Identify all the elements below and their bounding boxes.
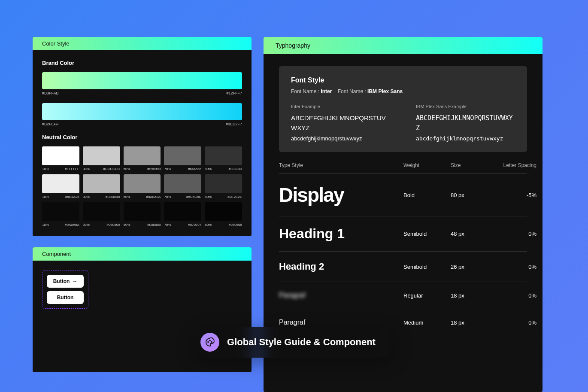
font-names: Font Name : Inter Font Name : IBM Plex S… (291, 88, 515, 94)
color-swatch: 70%#5C5C5C (164, 174, 201, 199)
font-style-title: Font Style (291, 76, 515, 84)
color-swatch: 30%#090909 (83, 202, 120, 227)
arrow-right-icon: → (72, 279, 77, 284)
brand-gradient-1 (42, 72, 242, 89)
type-style-row: Heading 1Semibold48 px0% (279, 216, 527, 251)
sample-button[interactable]: Button (47, 291, 84, 304)
color-style-panel: Color Style Brand Color #B3FFAB #12FFF7 … (33, 37, 252, 236)
gradient-2-start: #B2FEFA (42, 122, 59, 126)
font-style-block: Font Style Font Name : Inter Font Name :… (279, 66, 527, 152)
brand-gradient-2 (42, 103, 242, 120)
type-table-header: Type Style Weight Size Letter Spacing (279, 162, 527, 173)
ibm-plex-example: IBM Plex Sans Example ABCDEFGHIJKLMNOPQR… (416, 104, 515, 142)
color-swatch: 90%#050505 (205, 202, 242, 227)
inter-example: Inter Example ABCDEFGHIJKLMNOPQRSTUVWXYZ… (291, 104, 390, 142)
type-style-row: ParagrafRegular18 px0% (279, 282, 527, 309)
gradient-1-end: #12FFF7 (226, 91, 242, 95)
color-swatch: 10%#0A0A0A (42, 202, 79, 227)
svg-point-1 (209, 340, 210, 341)
color-swatch: 30%#B8B8B8 (83, 174, 120, 199)
color-swatch: 50%#8A8A8A (124, 174, 161, 199)
button-label: Button (53, 278, 70, 284)
type-style-row: Heading 2Semibold26 px0% (279, 251, 527, 282)
svg-point-0 (208, 342, 209, 343)
color-style-header: Color Style (33, 37, 252, 50)
type-style-row: DisplayBold80 px-5% (279, 173, 527, 216)
color-swatch: 70%#666666 (164, 146, 201, 171)
component-header: Component (33, 247, 252, 261)
palette-icon (200, 333, 219, 352)
color-swatch: 70%#070707 (164, 202, 201, 227)
color-swatch: 50%#999999 (124, 146, 161, 171)
brand-color-title: Brand Color (42, 60, 242, 66)
title-pill: Global Style Guide & Component (194, 327, 394, 358)
pill-label: Global Style Guide & Component (227, 337, 376, 348)
color-swatch: 50%#080808 (124, 202, 161, 227)
color-swatch: 90%#333333 (205, 146, 242, 171)
gradient-2-end: #0ED2F7 (226, 122, 242, 126)
button-label: Button (57, 295, 74, 301)
component-frame: Button → Button (42, 270, 88, 309)
color-swatch: 10%#FFFFFF (42, 146, 79, 171)
color-swatch: 90%#2E2E2E (205, 174, 242, 199)
gradient-1-start: #B3FFAB (42, 91, 59, 95)
color-swatch: 30%#CCCCCC (83, 146, 120, 171)
color-swatch: 10%#5E3A26 (42, 174, 79, 199)
svg-point-2 (211, 342, 212, 343)
sample-button-arrow[interactable]: Button → (47, 275, 84, 288)
typography-header: Typhography (264, 37, 543, 54)
neutral-color-title: Neutral Color (42, 134, 242, 140)
